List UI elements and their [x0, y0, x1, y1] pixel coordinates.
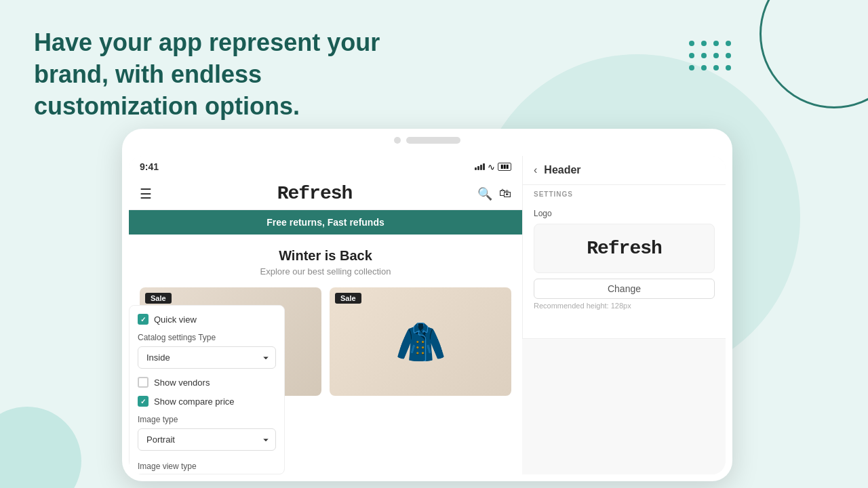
sweater-image-2: 🧥	[330, 287, 511, 396]
show-compare-price-checkbox[interactable]	[138, 396, 149, 407]
bg-circle-bottom-left	[0, 407, 81, 488]
app-logo-text: Refresh	[277, 183, 353, 204]
headline: Have your app represent your brand, with…	[34, 27, 454, 122]
header-panel: ‹ Header SETTINGS Logo Refresh Change Re…	[522, 156, 726, 339]
left-settings-panel: Quick view Catalog settings Type Inside …	[129, 305, 285, 474]
app-header: ☰ Refresh 🔍 🛍	[129, 178, 522, 210]
sale-badge-2: Sale	[335, 293, 361, 304]
header-panel-title: Header	[544, 164, 580, 176]
tablet-pill	[406, 137, 460, 144]
catalog-type-select[interactable]: Inside Outside Overlay	[138, 346, 276, 369]
app-section-title: Winter is Back	[140, 248, 511, 264]
catalog-type-label: Catalog settings Type	[138, 333, 276, 342]
show-vendors-label: Show vendors	[154, 378, 210, 388]
headline-line1: Have your app represent your brand, with…	[34, 28, 380, 88]
quick-view-row: Quick view	[138, 314, 276, 325]
tablet-top-bar	[394, 137, 460, 144]
logo-preview: Refresh	[534, 224, 715, 273]
signal-bar-3	[480, 165, 482, 170]
search-icon[interactable]: 🔍	[477, 186, 492, 201]
logo-preview-text: Refresh	[587, 238, 662, 259]
quick-view-checkbox[interactable]	[138, 314, 149, 325]
phone-status-bar: 9:41 ∿ ▮▮▮	[129, 156, 522, 178]
cart-icon[interactable]: 🛍	[499, 186, 511, 201]
show-compare-price-label: Show compare price	[154, 396, 235, 407]
image-type-section: Image type Portrait Square Landscape	[138, 415, 276, 459]
change-logo-button[interactable]: Change	[534, 279, 715, 299]
tablet-frame: 9:41 ∿ ▮▮▮ ☰ Refresh 🔍	[122, 129, 732, 481]
status-time: 9:41	[140, 161, 159, 172]
show-vendors-checkbox[interactable]	[138, 377, 149, 388]
battery-icon: ▮▮▮	[498, 163, 511, 171]
headline-line2: customization options.	[34, 92, 300, 120]
app-section-subtitle: Explore our best selling collection	[140, 266, 511, 277]
signal-bars	[475, 163, 485, 170]
catalog-type-section: Catalog settings Type Inside Outside Ove…	[138, 333, 276, 377]
quick-view-label: Quick view	[154, 314, 197, 325]
signal-bar-1	[475, 167, 477, 170]
recommended-text: Recommended height: 128px	[534, 302, 715, 310]
header-panel-top: ‹ Header	[523, 156, 726, 185]
tablet-camera	[394, 137, 401, 144]
show-compare-price-row: Show compare price	[138, 396, 276, 407]
logo-section: Logo Refresh Change Recommended height: …	[523, 203, 726, 315]
settings-label: SETTINGS	[523, 185, 726, 203]
hamburger-icon[interactable]: ☰	[140, 186, 152, 202]
product-card-2: Sale 🧥	[330, 287, 511, 396]
logo-label: Logo	[534, 209, 715, 218]
image-view-type-label: Image view type	[138, 462, 276, 471]
wifi-icon: ∿	[488, 162, 495, 172]
status-icons: ∿ ▮▮▮	[475, 162, 511, 172]
signal-bar-4	[483, 163, 485, 170]
image-type-select[interactable]: Portrait Square Landscape	[138, 428, 276, 451]
image-view-type-section: Image view type	[138, 462, 276, 471]
tablet-inner: 9:41 ∿ ▮▮▮ ☰ Refresh 🔍	[129, 156, 726, 474]
banner-text: Free returns, Fast refunds	[267, 217, 384, 228]
back-arrow-icon[interactable]: ‹	[534, 164, 537, 176]
show-vendors-row: Show vendors	[138, 377, 276, 388]
signal-bar-2	[477, 166, 479, 170]
app-banner: Free returns, Fast refunds	[129, 210, 522, 235]
image-type-label: Image type	[138, 415, 276, 424]
sale-badge-1: Sale	[145, 293, 172, 304]
dots-grid	[689, 41, 732, 72]
header-icons: 🔍 🛍	[477, 186, 511, 201]
bg-circle-top-right	[760, 0, 868, 108]
